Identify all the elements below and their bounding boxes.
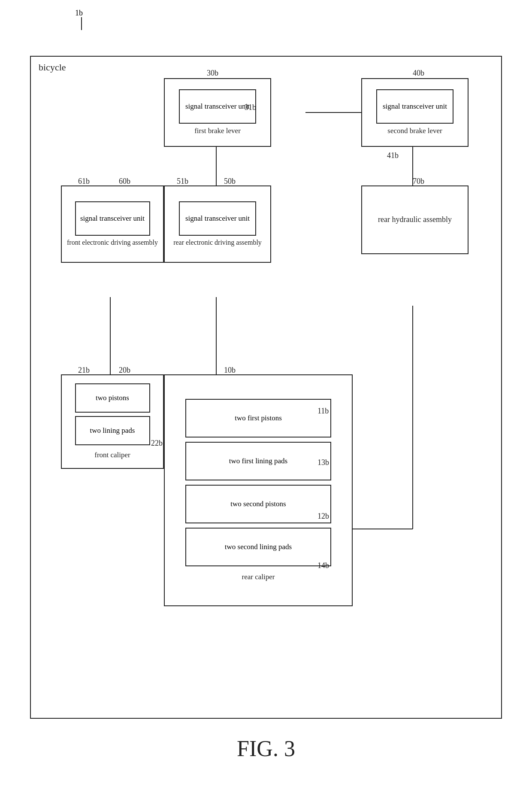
two-second-lining-pads-box: two second lining pads [185, 528, 331, 566]
two-first-pistons-box: two first pistons [185, 399, 331, 438]
front-caliper-pads-label: two lining pads [90, 426, 135, 435]
front-eda-stu-label: signal transceiver unit [80, 214, 145, 223]
ref-30b: 30b [207, 69, 218, 78]
ref-41b: 41b [387, 151, 399, 160]
ref-31b: 31b [245, 103, 256, 112]
rear-eda-label: rear electronic driving assembly [173, 238, 262, 247]
front-eda-label: front electronic driving assembly [67, 238, 158, 247]
first-brake-lever-box: signal transceiver unit first brake leve… [164, 78, 271, 147]
two-first-lining-pads-box: two first lining pads [185, 442, 331, 480]
ref-40b: 40b [413, 69, 424, 78]
diagram-inner: signal transceiver unit first brake leve… [39, 65, 494, 709]
diagram-container: bicycle [30, 56, 502, 719]
second-brake-lever-label: second brake lever [387, 126, 442, 136]
ref-14b: 14b [317, 561, 329, 570]
second-brake-lever-stu-label: signal transceiver unit [383, 102, 447, 111]
rear-eda-stu-label: signal transceiver unit [185, 214, 250, 223]
rear-hydraulic-label: rear hydraulic assembly [378, 215, 452, 225]
ref-70b: 70b [413, 177, 424, 186]
front-eda-stu-box: signal transceiver unit [75, 201, 150, 236]
page: 1b bicycle [0, 0, 532, 787]
front-caliper-label: front caliper [94, 450, 130, 460]
ref-50b: 50b [224, 177, 236, 186]
two-second-lining-pads-label: two second lining pads [225, 542, 292, 552]
two-second-pistons-box: two second pistons [185, 485, 331, 523]
fig-label: FIG. 3 [237, 736, 295, 761]
ref-61b: 61b [78, 177, 90, 186]
second-brake-lever-stu-box: signal transceiver unit [376, 89, 453, 124]
first-brake-lever-stu-label: signal transceiver unit [185, 102, 250, 111]
two-first-pistons-label: two first pistons [235, 413, 282, 423]
ref-51b: 51b [177, 177, 188, 186]
rear-hydraulic-box: rear hydraulic assembly [361, 185, 469, 254]
front-caliper-pads-box: two lining pads [75, 416, 150, 445]
two-first-lining-pads-label: two first lining pads [229, 456, 287, 466]
rear-caliper-label: rear caliper [242, 572, 275, 582]
ref-13b: 13b [317, 458, 329, 467]
rear-eda-stu-box: signal transceiver unit [179, 201, 256, 236]
ref-12b: 12b [317, 512, 329, 521]
ref-20b: 20b [119, 366, 130, 375]
two-second-pistons-label: two second pistons [230, 499, 286, 509]
ref-21b: 21b [78, 366, 90, 375]
ref-10b: 10b [224, 366, 236, 375]
front-caliper-box: two pistons two lining pads front calipe… [61, 374, 164, 469]
ref-11b: 11b [317, 407, 329, 416]
front-caliper-pistons-box: two pistons [75, 383, 150, 413]
ref-22b: 22b [151, 439, 163, 448]
rear-eda-box: signal transceiver unit rear electronic … [164, 185, 271, 263]
front-caliper-pistons-label: two pistons [96, 393, 129, 403]
first-brake-lever-label: first brake lever [194, 126, 241, 136]
front-eda-box: signal transceiver unit front electronic… [61, 185, 164, 263]
ref-60b: 60b [119, 177, 130, 186]
second-brake-lever-box: signal transceiver unit second brake lev… [361, 78, 469, 147]
